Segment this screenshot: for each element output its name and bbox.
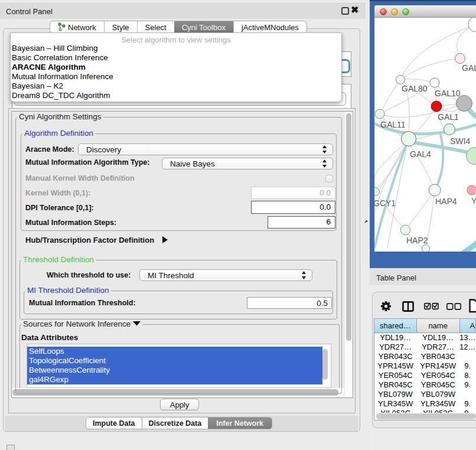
svg-text:GCY1: GCY1: [374, 198, 396, 208]
svg-text:GAL80: GAL80: [402, 84, 428, 93]
svg-text:GAL11: GAL11: [380, 120, 406, 129]
svg-text:HAP2: HAP2: [406, 236, 428, 245]
svg-text:HAP4: HAP4: [435, 197, 457, 206]
svg-text:Y: Y: [471, 196, 476, 206]
svg-text:GAL4: GAL4: [410, 149, 431, 159]
svg-text:SWI4: SWI4: [450, 136, 470, 146]
svg-text:GAL: GAL: [462, 63, 476, 73]
svg-text:GAL1: GAL1: [438, 112, 459, 122]
svg-text:GAL10: GAL10: [435, 89, 461, 98]
